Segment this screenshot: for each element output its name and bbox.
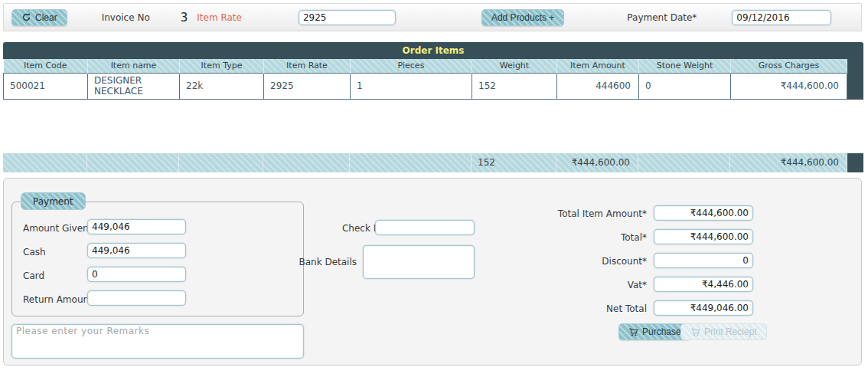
payment-panel: Payment Amount Given Cash Card Return Am… xyxy=(3,178,862,366)
cell-item-rate: 2925 xyxy=(264,73,351,99)
col-header-item-type: Item Type xyxy=(180,59,264,73)
purchase-button-label: Purchase xyxy=(642,326,681,337)
cart-icon xyxy=(690,327,700,337)
invoice-no-value: 3 xyxy=(181,11,188,25)
cart-icon xyxy=(628,327,638,337)
cell-stone-weight: 0 xyxy=(639,73,731,99)
cash-input[interactable] xyxy=(87,243,186,258)
bank-details-label: Bank Details xyxy=(280,257,357,267)
cash-label: Cash xyxy=(23,247,46,257)
order-items-title: Order Items xyxy=(3,42,863,59)
summary-cell-pieces xyxy=(350,153,472,172)
totals-summary-bar: 152 ₹444,600.00 ₹444,600.00 xyxy=(3,153,863,172)
cell-item-amount: 444600 xyxy=(557,73,639,99)
summary-cell-stone-weight xyxy=(638,153,730,172)
table-header-row: Item Code Item name Item Type Item Rate … xyxy=(4,59,847,73)
payment-date-input[interactable] xyxy=(732,10,831,25)
table-scrollbar[interactable] xyxy=(847,59,863,100)
bank-details-textarea[interactable] xyxy=(363,245,475,279)
col-header-pieces: Pieces xyxy=(351,59,472,73)
col-header-item-name: Item name xyxy=(88,59,180,73)
cell-item-code: 500021 xyxy=(4,73,88,99)
item-rate-input[interactable] xyxy=(299,10,396,25)
item-rate-label: Item Rate xyxy=(197,12,242,23)
clear-button[interactable]: Clear xyxy=(11,9,67,26)
clear-button-label: Clear xyxy=(35,12,57,23)
payment-tab[interactable]: Payment xyxy=(21,192,86,210)
return-amount-input[interactable] xyxy=(87,290,186,306)
net-total-label: Net Total xyxy=(478,303,647,314)
col-header-item-amount: Item Amount xyxy=(557,59,639,73)
summary-scrollbar-corner[interactable] xyxy=(847,153,863,172)
card-input[interactable] xyxy=(87,267,186,282)
cell-pieces: 1 xyxy=(351,73,472,99)
table-row: 500021 DESIGNER NECKLACE 22k 2925 1 152 … xyxy=(4,73,847,99)
cell-gross-charges: ₹444,600.00 xyxy=(731,73,847,99)
remarks-textarea[interactable] xyxy=(11,324,304,359)
card-label: Card xyxy=(23,270,44,281)
total-input[interactable] xyxy=(654,229,753,244)
cell-item-type: 22k xyxy=(180,73,264,99)
discount-label: Discount* xyxy=(478,256,647,267)
payment-date-label: Payment Date* xyxy=(627,12,697,23)
col-header-stone-weight: Stone Weight xyxy=(639,59,731,73)
refresh-icon xyxy=(21,12,31,22)
col-header-weight: Weight xyxy=(472,59,557,73)
col-header-item-code: Item Code xyxy=(4,59,88,73)
return-amount-label: Return Amount xyxy=(23,294,93,305)
top-toolbar: Clear Invoice No 3 Item Rate Add Product… xyxy=(3,3,862,31)
print-receipt-button[interactable]: Print Reciept xyxy=(680,323,767,340)
summary-cell-item-code xyxy=(3,153,87,172)
total-label: Total* xyxy=(478,232,647,243)
summary-cell-item-type xyxy=(179,153,263,172)
net-total-input[interactable] xyxy=(654,300,753,316)
summary-cell-item-rate xyxy=(263,153,350,172)
col-header-gross-charges: Gross Charges xyxy=(731,59,847,73)
invoice-no-label: Invoice No xyxy=(102,12,150,23)
add-products-button-label: Add Products + xyxy=(491,12,554,23)
cell-weight: 152 xyxy=(472,73,557,99)
summary-cell-item-name xyxy=(87,153,179,172)
amount-given-input[interactable] xyxy=(87,219,186,234)
check-no-label: Check No xyxy=(309,223,386,234)
summary-total-gross-charges: ₹444,600.00 xyxy=(730,153,847,172)
order-items-section: Order Items Item Code Item name Item Typ… xyxy=(3,42,863,100)
print-receipt-button-label: Print Reciept xyxy=(704,326,757,337)
summary-total-item-amount: ₹444,600.00 xyxy=(556,153,638,172)
summary-total-weight: 152 xyxy=(472,153,556,172)
vat-input[interactable] xyxy=(654,277,753,292)
total-item-amount-label: Total Item Amount* xyxy=(478,208,647,219)
discount-input[interactable] xyxy=(654,253,753,268)
cell-item-name: DESIGNER NECKLACE xyxy=(88,73,180,99)
col-header-item-rate: Item Rate xyxy=(264,59,351,73)
total-item-amount-input[interactable] xyxy=(654,205,753,221)
vat-label: Vat* xyxy=(478,280,647,290)
check-no-input[interactable] xyxy=(375,220,475,235)
order-items-table: Item Code Item name Item Type Item Rate … xyxy=(3,59,847,100)
amount-given-label: Amount Given xyxy=(23,223,89,234)
add-products-button[interactable]: Add Products + xyxy=(481,9,564,26)
